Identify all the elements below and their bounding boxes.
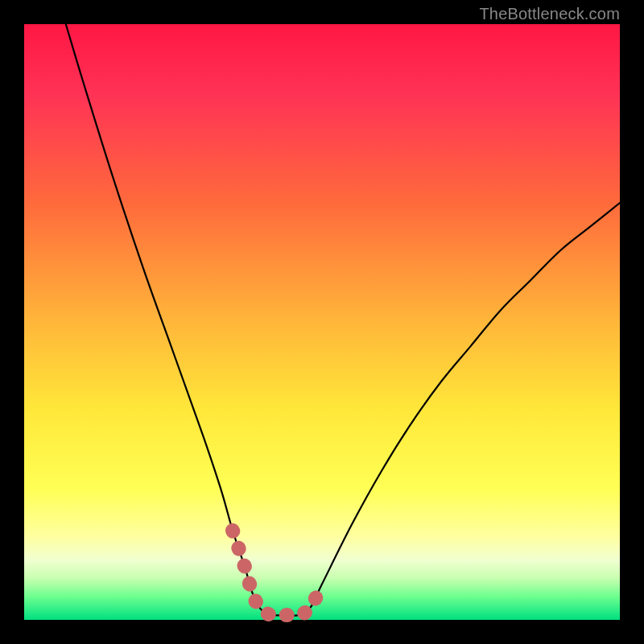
plot-area — [24, 24, 620, 620]
curve-layer — [24, 24, 620, 620]
bottleneck-curve — [66, 24, 620, 616]
chart-container: TheBottleneck.com — [0, 0, 644, 644]
optimal-range-highlight — [233, 530, 322, 616]
watermark-text: TheBottleneck.com — [479, 5, 620, 23]
